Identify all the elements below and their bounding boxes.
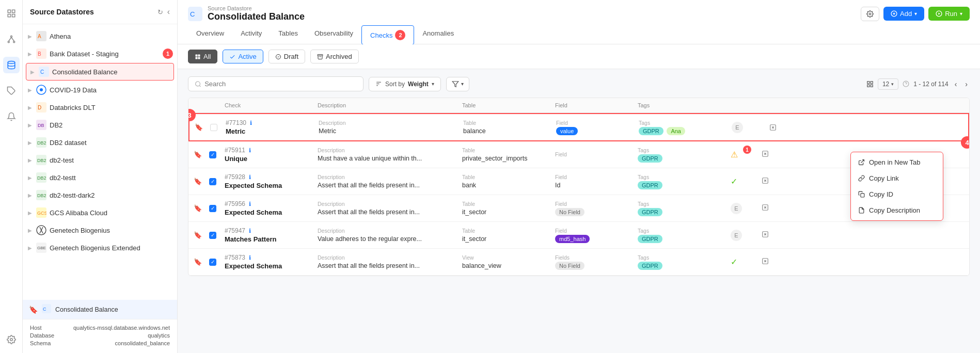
sidebar-item-genetech[interactable]: ▶ Genetech Biogenius <box>23 221 177 239</box>
info-icon[interactable]: ℹ <box>249 228 251 234</box>
field-cell: Field value <box>556 120 639 135</box>
chevron-icon: ▶ <box>30 69 35 75</box>
search-input[interactable] <box>204 80 357 88</box>
bookmark-cell[interactable]: 🔖 <box>194 204 209 212</box>
search-box[interactable] <box>188 76 363 91</box>
check-id: #75928 <box>225 173 245 181</box>
tab-tables[interactable]: Tables <box>270 25 306 44</box>
sidebar-item-covid[interactable]: ▶ COVID-19 Data <box>23 81 177 99</box>
svg-point-5 <box>8 41 9 43</box>
sidebar-item-genetech-ext[interactable]: ▶ GBE Genetech Biogenius Extended <box>23 239 177 256</box>
delete-icon[interactable] <box>762 150 769 157</box>
checkbox-cell[interactable]: ✓ <box>209 232 225 239</box>
filter-active-button[interactable]: Active <box>223 50 263 63</box>
info-icon[interactable]: ℹ <box>249 201 251 207</box>
chevron-icon: ▶ <box>28 34 32 39</box>
bookmark-cell[interactable]: 🔖 <box>194 231 209 239</box>
nav-icon-bell[interactable] <box>3 108 20 125</box>
tab-activity[interactable]: Activity <box>232 25 270 44</box>
actions-cell[interactable] <box>763 124 783 131</box>
checkbox-cell[interactable] <box>210 124 226 131</box>
sidebar-item-db2-dark2[interactable]: ▶ DB2 db2-testt-dark2 <box>23 186 177 204</box>
sidebar-item-db2-testt[interactable]: ▶ DB2 db2-testt <box>23 169 177 186</box>
context-menu-item-new-tab[interactable]: Open in New Tab <box>851 154 943 170</box>
checkbox-cell[interactable]: ✓ <box>209 178 225 185</box>
sidebar-item-consolidated[interactable]: ▶ C Consolidated Balance <box>26 63 174 81</box>
row-checkbox[interactable]: ✓ <box>209 151 216 158</box>
bookmark-cell[interactable]: 🔖 <box>194 178 209 185</box>
field-label: Fields <box>555 254 638 261</box>
row-checkbox[interactable]: ✓ <box>209 232 216 239</box>
status-ok-icon: ✓ <box>731 177 737 186</box>
nav-icon-database[interactable] <box>3 57 20 73</box>
settings-button[interactable] <box>861 7 879 21</box>
table-value: it_sector <box>462 235 486 243</box>
tab-anomalies[interactable]: Anomalies <box>414 25 462 44</box>
refresh-icon[interactable]: ↻ <box>157 8 163 16</box>
actions-cell[interactable] <box>762 258 782 266</box>
sidebar-item-databricks[interactable]: ▶ D Databricks DLT <box>23 99 177 116</box>
svg-rect-1 <box>12 10 14 12</box>
row-checkbox[interactable]: ✓ <box>209 205 216 212</box>
tab-overview[interactable]: Overview <box>188 25 232 44</box>
row-checkbox[interactable]: ✓ <box>209 259 216 266</box>
page-size-select[interactable]: 12 ▾ <box>878 78 898 90</box>
checkbox-cell[interactable]: ✓ <box>209 259 225 266</box>
prev-page-button[interactable]: ‹ <box>953 80 959 88</box>
nav-icon-settings[interactable] <box>3 331 20 348</box>
sidebar-item-db2-test[interactable]: ▶ DB2 db2-test <box>23 151 177 169</box>
checkbox-cell[interactable]: ✓ <box>209 205 225 212</box>
row-checkbox[interactable] <box>210 124 217 131</box>
actions-cell[interactable] <box>762 150 782 159</box>
info-icon[interactable]: ℹ <box>249 254 251 261</box>
filter-draft-button[interactable]: Draft <box>268 50 305 63</box>
info-icon[interactable]: ℹ <box>250 120 252 126</box>
nav-icon-grid[interactable] <box>3 5 20 22</box>
delete-icon[interactable] <box>762 258 769 265</box>
filter-all-button[interactable]: All <box>188 50 217 63</box>
nav-icon-tag[interactable] <box>3 83 20 99</box>
sort-box[interactable]: Sort by Weight ▾ <box>369 77 441 91</box>
actions-cell[interactable] <box>762 177 782 186</box>
next-page-button[interactable]: › <box>963 80 970 88</box>
actions-cell[interactable] <box>762 204 782 213</box>
sidebar-item-bank-staging[interactable]: ▶ B Bank Dataset - Staging 1 <box>23 45 177 62</box>
tab-checks[interactable]: Checks 2 <box>361 25 414 45</box>
info-icon[interactable]: ℹ <box>249 174 251 181</box>
context-menu-item-copy-id[interactable]: Copy ID <box>851 186 943 202</box>
info-icon[interactable]: ℹ <box>249 147 251 154</box>
filter-icon-button[interactable]: ▾ <box>446 77 469 91</box>
delete-icon[interactable] <box>762 177 769 184</box>
run-button[interactable]: Run ▾ <box>928 7 970 21</box>
field-badge: No Field <box>555 262 584 270</box>
field-badge: md5_hash <box>555 235 590 243</box>
sidebar-header: Source Datastores ↻ ‹ <box>23 0 177 24</box>
nav-icon-nodes[interactable] <box>3 31 20 47</box>
collapse-icon[interactable]: ‹ <box>167 7 170 17</box>
delete-icon[interactable] <box>769 124 777 131</box>
footer-host: Host qualytics-mssql.database.windows.ne… <box>30 325 170 331</box>
search-filter-row: Sort by Weight ▾ ▾ 12 ▾ 1 - 12 of 114 ‹ … <box>188 76 970 91</box>
table-row: 🔖 ✓ #75873 ℹ Expected Schema Description… <box>188 249 969 276</box>
delete-icon[interactable] <box>762 204 769 211</box>
sidebar-item-gcs[interactable]: ▶ GCS GCS Alibaba Cloud <box>23 204 177 221</box>
desc-label: Description <box>319 120 463 126</box>
bookmark-cell[interactable]: 🔖 <box>195 123 210 131</box>
row-checkbox[interactable]: ✓ <box>209 178 216 185</box>
sidebar-item-athena[interactable]: ▶ A Athena <box>23 27 177 45</box>
sidebar-item-db2-dataset[interactable]: ▶ DB2 DB2 dataset <box>23 134 177 151</box>
bookmark-cell[interactable]: 🔖 <box>194 151 209 158</box>
bookmark-cell[interactable]: 🔖 <box>194 258 209 266</box>
context-menu-item-copy-link[interactable]: Copy Link <box>851 170 943 186</box>
check-cell: #75956 ℹ Expected Schema <box>225 200 318 216</box>
context-menu-item-copy-desc[interactable]: Copy Description <box>851 202 943 218</box>
checkbox-cell[interactable]: ✓ <box>209 151 225 158</box>
actions-cell[interactable] <box>762 231 782 239</box>
delete-icon[interactable] <box>762 231 769 238</box>
layout-icon[interactable] <box>866 81 874 88</box>
step-badge-2: 2 <box>395 30 405 40</box>
tab-observability[interactable]: Observability <box>306 25 361 44</box>
sidebar-item-db2[interactable]: ▶ DB DB2 <box>23 116 177 134</box>
filter-archived-button[interactable]: Archived <box>310 50 359 63</box>
add-button[interactable]: Add ▾ <box>883 7 924 21</box>
